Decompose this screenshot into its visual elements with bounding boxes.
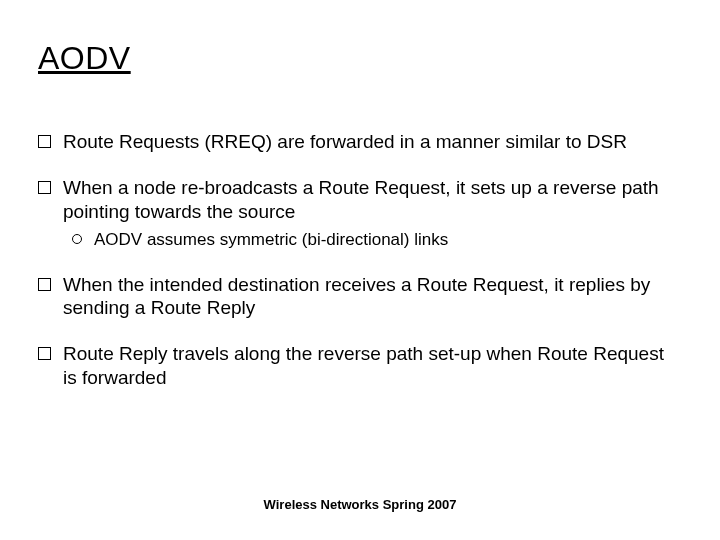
slide-title: AODV: [38, 40, 131, 77]
bullet-item: Route Reply travels along the reverse pa…: [38, 342, 678, 390]
square-bullet-icon: [38, 278, 51, 291]
bullet-text: When the intended destination receives a…: [63, 273, 678, 321]
bullet-item: Route Requests (RREQ) are forwarded in a…: [38, 130, 678, 154]
square-bullet-icon: [38, 347, 51, 360]
slide-footer: Wireless Networks Spring 2007: [0, 497, 720, 512]
square-bullet-icon: [38, 181, 51, 194]
sub-bullet-item: AODV assumes symmetric (bi-directional) …: [72, 229, 678, 250]
sub-bullet-text: AODV assumes symmetric (bi-directional) …: [94, 229, 678, 250]
bullet-text: Route Reply travels along the reverse pa…: [63, 342, 678, 390]
square-bullet-icon: [38, 135, 51, 148]
bullet-text: Route Requests (RREQ) are forwarded in a…: [63, 130, 678, 154]
bullet-item: When a node re-broadcasts a Route Reques…: [38, 176, 678, 224]
slide: AODV Route Requests (RREQ) are forwarded…: [0, 0, 720, 540]
bullet-item: When the intended destination receives a…: [38, 273, 678, 321]
bullet-text: When a node re-broadcasts a Route Reques…: [63, 176, 678, 224]
slide-content: Route Requests (RREQ) are forwarded in a…: [38, 130, 678, 412]
circle-bullet-icon: [72, 234, 82, 244]
